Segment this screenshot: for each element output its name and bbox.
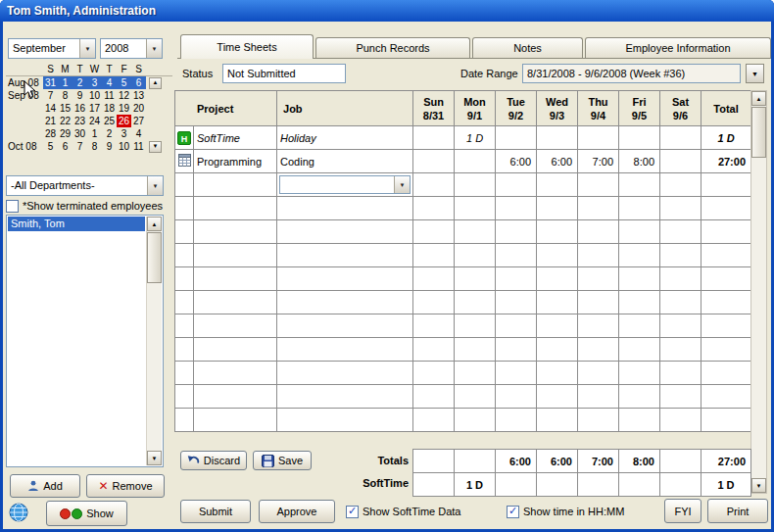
timesheet-row-softtime[interactable]: H SoftTime Holiday 1 D 1 D [175, 126, 751, 150]
time-cell[interactable] [701, 197, 751, 220]
time-cell[interactable] [660, 267, 701, 291]
time-cell[interactable] [537, 197, 578, 220]
time-cell[interactable] [277, 314, 413, 338]
col-header-sat[interactable]: Sat9/6 [660, 91, 701, 126]
time-cell[interactable] [496, 291, 537, 314]
time-cell[interactable] [537, 409, 578, 432]
time-cell[interactable] [455, 385, 496, 409]
time-cell[interactable] [701, 291, 751, 314]
print-button[interactable]: Print [707, 499, 768, 523]
time-cell[interactable] [578, 197, 619, 220]
time-cell[interactable] [413, 220, 455, 244]
checkbox-unchecked[interactable] [6, 200, 19, 213]
time-cell[interactable] [660, 291, 701, 314]
time-cell[interactable] [455, 244, 496, 267]
calendar-day[interactable]: 23 [73, 115, 87, 127]
time-cell[interactable] [660, 409, 701, 432]
time-cell[interactable] [277, 385, 413, 409]
time-cell-mon[interactable]: 1 D [455, 126, 496, 150]
time-cell[interactable] [537, 362, 578, 385]
dropdown-arrow-icon[interactable]: ▼ [147, 176, 163, 195]
calendar-day[interactable]: 6 [58, 140, 73, 153]
col-header-thu[interactable]: Thu9/4 [578, 91, 619, 126]
col-header-sun[interactable]: Sun8/31 [413, 91, 455, 126]
time-cell[interactable] [455, 338, 496, 362]
time-cell[interactable] [413, 291, 455, 314]
time-cell[interactable] [701, 338, 751, 362]
time-cell[interactable] [413, 409, 455, 432]
scroll-up-icon[interactable]: ▲ [751, 91, 766, 106]
row-type-cell[interactable] [175, 267, 194, 291]
calendar-day[interactable]: 22 [58, 115, 73, 127]
tab-employee-information[interactable]: Employee Information [585, 37, 771, 58]
calendar-day[interactable]: 8 [87, 140, 102, 153]
time-cell[interactable] [194, 197, 277, 220]
time-cell[interactable] [194, 267, 277, 291]
time-cell[interactable] [455, 291, 496, 314]
time-cell[interactable] [537, 173, 578, 197]
time-cell[interactable] [619, 385, 660, 409]
title-bar[interactable]: Tom Smith, Administration [0, 0, 774, 22]
show-hhmm-checkbox[interactable]: ✓ Show time in HH:MM [507, 505, 624, 518]
calendar-day[interactable]: 10 [87, 89, 102, 102]
time-cell[interactable] [496, 220, 537, 244]
time-cell[interactable] [413, 362, 455, 385]
time-cell[interactable] [619, 314, 660, 338]
time-cell[interactable] [496, 385, 537, 409]
row-type-cell[interactable] [175, 150, 194, 173]
calendar-scroll-up-icon[interactable]: ▲ [149, 77, 162, 89]
time-cell[interactable] [537, 338, 578, 362]
time-cell[interactable] [455, 409, 496, 432]
time-cell[interactable] [619, 197, 660, 220]
time-cell[interactable] [194, 314, 277, 338]
time-cell[interactable] [277, 291, 413, 314]
time-cell-sun[interactable] [413, 126, 455, 150]
timesheet-empty-row[interactable] [175, 314, 751, 338]
timesheet-empty-row[interactable] [175, 220, 751, 244]
time-cell[interactable] [277, 197, 413, 220]
timesheet-empty-row[interactable] [175, 267, 751, 291]
time-cell[interactable] [537, 267, 578, 291]
calendar-day[interactable]: 31 [43, 76, 58, 89]
scroll-down-icon[interactable]: ▼ [751, 478, 766, 493]
submit-button[interactable]: Submit [180, 500, 251, 523]
project-cell[interactable]: Programming [194, 150, 277, 173]
time-cell[interactable] [660, 197, 701, 220]
row-type-cell[interactable] [175, 173, 194, 197]
time-cell-thu[interactable]: 7:00 [578, 150, 619, 173]
time-cell[interactable] [413, 244, 455, 267]
time-cell[interactable] [619, 244, 660, 267]
calendar-day[interactable]: 6 [131, 76, 146, 89]
col-header-tue[interactable]: Tue9/2 [496, 91, 537, 126]
row-type-cell[interactable] [175, 291, 194, 314]
time-cell[interactable] [701, 314, 751, 338]
calendar-day[interactable]: 2 [73, 76, 87, 89]
time-cell[interactable] [455, 197, 496, 220]
time-cell[interactable] [496, 173, 537, 197]
status-field[interactable]: Not Submitted [222, 64, 346, 83]
row-type-cell[interactable] [175, 314, 194, 338]
calendar-day[interactable]: 24 [87, 115, 102, 127]
timesheet-entry-row[interactable]: ▼ [175, 173, 751, 197]
time-cell[interactable] [701, 362, 751, 385]
time-cell[interactable] [496, 409, 537, 432]
calendar-day[interactable]: 1 [87, 127, 102, 140]
show-terminated-checkbox[interactable]: *Show terminated employees [6, 199, 163, 213]
timesheet-row-programming[interactable]: Programming Coding 6:00 6:00 7:00 8:00 2… [175, 150, 751, 173]
timesheet-empty-row[interactable] [175, 362, 751, 385]
calendar-day[interactable]: 9 [73, 89, 87, 102]
calendar-day[interactable]: 17 [87, 102, 102, 115]
time-cell[interactable] [578, 291, 619, 314]
time-cell[interactable] [496, 197, 537, 220]
time-cell[interactable] [660, 220, 701, 244]
timesheet-scrollbar[interactable]: ▲ ▼ [750, 90, 767, 494]
time-cell[interactable] [701, 267, 751, 291]
row-type-cell[interactable] [175, 385, 194, 409]
row-type-cell[interactable] [175, 220, 194, 244]
time-cell[interactable] [660, 173, 701, 197]
time-cell[interactable] [413, 314, 455, 338]
time-cell-sun[interactable] [413, 150, 455, 173]
calendar-day[interactable]: 12 [117, 89, 131, 102]
time-cell[interactable] [660, 362, 701, 385]
time-cell[interactable] [496, 362, 537, 385]
